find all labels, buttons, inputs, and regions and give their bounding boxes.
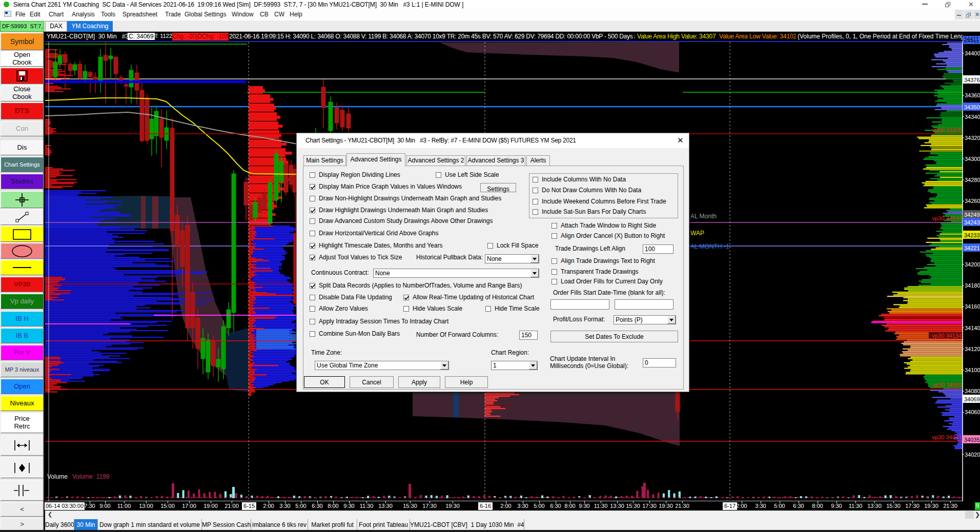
svg-text:34249: 34249: [964, 212, 980, 218]
svg-text:34180: 34180: [965, 282, 980, 289]
svg-text:vp30 34089: vp30 34089: [932, 382, 962, 388]
svg-text:34140: 34140: [965, 325, 980, 331]
svg-text:34100: 34100: [965, 367, 980, 373]
svg-text:34120: 34120: [965, 346, 980, 352]
svg-text:34376: 34376: [964, 77, 980, 83]
svg-text:34340: 34340: [965, 114, 980, 120]
svg-text:34200: 34200: [965, 261, 980, 268]
svg-text:34060: 34060: [965, 409, 980, 415]
svg-text:Volume: 1199: Volume: 1199: [72, 473, 110, 480]
svg-text:vp30 34326: vp30 34326: [932, 127, 962, 133]
svg-text:34020: 34020: [965, 452, 980, 458]
svg-text:34035: 34035: [964, 437, 980, 443]
svg-text:Volume: Volume: [47, 473, 68, 480]
svg-text:34160: 34160: [965, 303, 980, 310]
svg-text:WAP: WAP: [690, 230, 704, 237]
svg-text:vp30 34134: vp30 34134: [932, 333, 962, 339]
svg-text:34280: 34280: [965, 177, 980, 183]
svg-text:AL MONTH -1: AL MONTH -1: [690, 243, 729, 250]
svg-text:34260: 34260: [965, 198, 980, 204]
svg-text:vp30 34243: vp30 34243: [932, 215, 962, 221]
svg-text:vp30 34041: vp30 34041: [932, 434, 962, 440]
svg-text:34411: 34411: [964, 41, 979, 44]
svg-text:34221: 34221: [964, 245, 980, 251]
svg-text:34069: 34069: [964, 396, 980, 402]
svg-text:34243: 34243: [964, 219, 980, 226]
svg-text:AL Month: AL Month: [690, 213, 717, 220]
svg-text:34400: 34400: [965, 50, 980, 56]
svg-text:34233: 34233: [964, 232, 980, 238]
svg-text:34320: 34320: [965, 135, 980, 141]
svg-text:34300: 34300: [965, 156, 980, 162]
svg-text:34350: 34350: [964, 104, 980, 110]
svg-text:34360: 34360: [965, 92, 980, 98]
svg-text:34080: 34080: [965, 388, 980, 394]
